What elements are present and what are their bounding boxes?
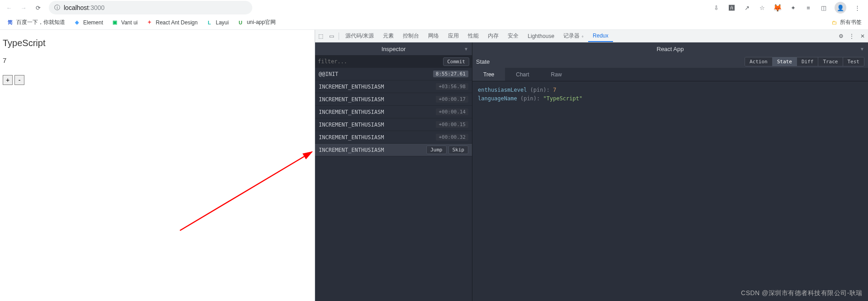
bookmark-item[interactable]: ◈Element xyxy=(73,19,103,26)
pin-label[interactable]: (pin) xyxy=(530,87,547,93)
annotation-arrow xyxy=(176,149,321,235)
reload-button[interactable]: ⟳ xyxy=(32,1,44,14)
redux-panel: Inspector ▼ Commit @@INIT8:55:27.61INCRE… xyxy=(315,42,868,301)
view-tab-tree[interactable]: Tree xyxy=(472,68,505,81)
seg-diff[interactable]: Diff xyxy=(797,57,819,66)
bookmark-item[interactable]: ▣Vant ui xyxy=(111,19,137,26)
state-label: State xyxy=(476,58,490,65)
filter-row: Commit xyxy=(315,55,472,68)
action-name: INCREMENT_ENTHUSIASM xyxy=(319,122,384,128)
tree-row[interactable]: enthusiasmLevel (pin): 7 xyxy=(478,86,863,94)
chrome-menu-icon[interactable]: ⋮ xyxy=(853,3,862,12)
inspector-header[interactable]: Inspector ▼ xyxy=(315,42,472,55)
commit-button[interactable]: Commit xyxy=(443,57,469,66)
forward-button[interactable]: → xyxy=(17,1,30,14)
action-name: INCREMENT_ENTHUSIASM xyxy=(319,109,384,115)
share-icon[interactable]: ↗ xyxy=(742,3,751,12)
action-name: @@INIT xyxy=(319,71,338,77)
devtools-tab[interactable]: 性能 xyxy=(463,30,483,42)
view-tab-raw[interactable]: Raw xyxy=(540,68,573,81)
action-time: +00:00.17 xyxy=(436,96,468,103)
pin-label[interactable]: (pin) xyxy=(520,95,537,102)
side-panel-icon[interactable]: ◫ xyxy=(819,3,828,12)
action-name: INCREMENT_ENTHUSIASM xyxy=(319,96,384,103)
devtools-tab[interactable]: 控制台 xyxy=(398,30,424,42)
devtools-tab[interactable]: 安全 xyxy=(503,30,523,42)
page-viewport: TypeScript 7 + - xyxy=(0,30,315,301)
state-column: React App ▼ State ActionStateDiffTraceTe… xyxy=(472,42,868,301)
chevron-down-icon: ▼ xyxy=(860,47,864,52)
tree-row[interactable]: languageName (pin): "TypeScript" xyxy=(478,94,863,103)
enthusiasm-count: 7 xyxy=(3,56,312,64)
bookmark-item[interactable]: LLayui xyxy=(206,19,229,26)
back-button[interactable]: ← xyxy=(3,1,15,14)
seg-action[interactable]: Action xyxy=(745,57,773,66)
seg-state[interactable]: State xyxy=(773,57,797,66)
skip-button[interactable]: Skip xyxy=(448,146,469,154)
react-app-header[interactable]: React App ▼ xyxy=(472,42,868,55)
reading-list-icon[interactable]: ≡ xyxy=(804,3,813,12)
bookmark-label: Element xyxy=(83,19,103,26)
view-tab-chart[interactable]: Chart xyxy=(505,68,540,81)
devtools-menu-icon[interactable]: ⋮ xyxy=(846,33,857,39)
inspector-column: Inspector ▼ Commit @@INIT8:55:27.61INCRE… xyxy=(315,42,472,301)
metamask-icon[interactable]: 🦊 xyxy=(773,3,782,12)
toolbar-icons: ⇩ 🅰 ↗ ☆ 🦊 ✦ ≡ ◫ 👤 ⋮ xyxy=(712,2,865,14)
devtools-settings-icon[interactable]: ⚙ xyxy=(835,33,846,39)
tree-value: 7 xyxy=(553,87,556,93)
devtools-close-icon[interactable]: ✕ xyxy=(857,33,868,39)
state-view-tabs: TreeChartRaw xyxy=(472,68,868,81)
action-row[interactable]: INCREMENT_ENTHUSIASM+00:00.14 xyxy=(315,106,472,118)
react-app-title: React App xyxy=(657,46,684,52)
bookmark-item[interactable]: 简百度一下，你就知道 xyxy=(6,19,65,26)
devtools-tab[interactable]: 记录器⬨ xyxy=(559,30,588,42)
devtools-tab[interactable]: 源代码/来源 xyxy=(341,30,378,42)
action-time: +00:00.14 xyxy=(436,108,468,115)
state-topbar: State ActionStateDiffTraceTest xyxy=(472,55,868,68)
extensions-icon[interactable]: ✦ xyxy=(788,3,797,12)
action-name: INCREMENT_ENTHUSIASM xyxy=(319,134,384,141)
action-row[interactable]: INCREMENT_ENTHUSIASM+00:00.17 xyxy=(315,93,472,106)
seg-test[interactable]: Test xyxy=(843,57,864,66)
device-toolbar-icon[interactable]: ▭ xyxy=(326,33,337,39)
tree-key: enthusiasmLevel xyxy=(478,87,527,93)
bookmark-item[interactable]: ✦React Ant Design xyxy=(146,19,198,26)
favicon-icon: ▣ xyxy=(111,19,118,26)
browser-toolbar: ← → ⟳ ⓘ localhost:3000 ⇩ 🅰 ↗ ☆ 🦊 ✦ ≡ ◫ 👤… xyxy=(0,0,868,15)
bookmark-star-icon[interactable]: ☆ xyxy=(758,3,767,12)
seg-trace[interactable]: Trace xyxy=(818,57,843,66)
devtools-tab[interactable]: 网络 xyxy=(424,30,443,42)
bookmark-label: 百度一下，你就知道 xyxy=(16,19,65,26)
inspect-element-icon[interactable]: ⬚ xyxy=(315,33,326,39)
translate-icon[interactable]: 🅰 xyxy=(727,3,736,12)
address-bar[interactable]: ⓘ localhost:3000 xyxy=(49,1,252,14)
all-bookmarks-label: 所有书签 xyxy=(840,19,862,26)
action-row[interactable]: INCREMENT_ENTHUSIASM+00:00.15 xyxy=(315,118,472,131)
bookmark-item[interactable]: Uuni-app官网 xyxy=(237,19,276,26)
state-tree: enthusiasmLevel (pin): 7languageName (pi… xyxy=(472,81,868,301)
devtools-tab[interactable]: Redux xyxy=(588,30,613,42)
install-icon[interactable]: ⇩ xyxy=(712,3,721,12)
action-row[interactable]: @@INIT8:55:27.61 xyxy=(315,68,472,80)
profile-avatar-icon[interactable]: 👤 xyxy=(835,2,846,14)
view-mode-segments: ActionStateDiffTraceTest xyxy=(745,57,864,66)
site-info-icon[interactable]: ⓘ xyxy=(54,4,60,12)
action-row[interactable]: INCREMENT_ENTHUSIASMJumpSkip xyxy=(315,144,472,156)
devtools-tab[interactable]: 内存 xyxy=(483,30,503,42)
increment-button[interactable]: + xyxy=(3,75,13,85)
decrement-button[interactable]: - xyxy=(14,75,24,85)
inspector-title: Inspector xyxy=(382,46,406,52)
action-row[interactable]: INCREMENT_ENTHUSIASM+00:00.32 xyxy=(315,131,472,144)
action-time: +00:00.15 xyxy=(436,121,468,128)
all-bookmarks-folder[interactable]: 🗀 所有书签 xyxy=(832,19,862,26)
devtools-tab[interactable]: 应用 xyxy=(443,30,463,42)
action-row[interactable]: INCREMENT_ENTHUSIASM+03:56.98 xyxy=(315,80,472,93)
jump-button[interactable]: Jump xyxy=(426,146,447,154)
devtools-tab[interactable]: 元素 xyxy=(378,30,398,42)
action-name: INCREMENT_ENTHUSIASM xyxy=(319,147,384,153)
svg-line-0 xyxy=(180,152,312,230)
action-time: 8:55:27.61 xyxy=(433,71,468,77)
filter-input[interactable] xyxy=(318,58,440,65)
favicon-icon: U xyxy=(237,19,244,26)
devtools-tab[interactable]: Lighthouse xyxy=(523,30,559,42)
